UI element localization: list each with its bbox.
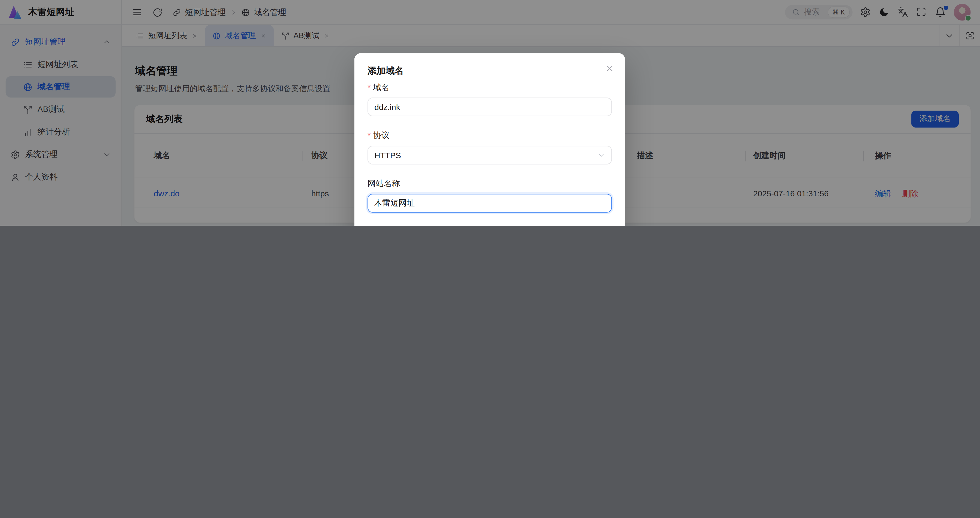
close-icon bbox=[605, 64, 614, 73]
domain-input[interactable] bbox=[374, 102, 605, 112]
modal-title: 添加域名 bbox=[368, 65, 612, 76]
protocol-select[interactable]: HTTPS bbox=[368, 146, 612, 164]
field-site-name: 网站名称 bbox=[368, 179, 612, 213]
domain-label: 域名 bbox=[373, 83, 390, 92]
protocol-label: 协议 bbox=[373, 131, 390, 141]
site-name-label: 网站名称 bbox=[368, 179, 400, 189]
field-domain: *域名 bbox=[368, 83, 612, 116]
site-name-input[interactable] bbox=[374, 199, 605, 208]
chevron-down-icon bbox=[598, 151, 605, 159]
add-domain-modal: 添加域名 *域名 *协议 HTTPS 网站名称 ICP备案号 bbox=[355, 53, 625, 225]
app-window: 木雷短网址 短网址管理 域名管理 bbox=[0, 0, 980, 226]
protocol-selected-value: HTTPS bbox=[374, 150, 401, 159]
modal-close-button[interactable] bbox=[605, 64, 614, 73]
required-mark: * bbox=[368, 83, 371, 92]
required-mark: * bbox=[368, 131, 371, 141]
domain-input-wrap bbox=[368, 97, 612, 116]
field-protocol: *协议 HTTPS bbox=[368, 131, 612, 164]
site-name-input-wrap bbox=[368, 194, 612, 213]
